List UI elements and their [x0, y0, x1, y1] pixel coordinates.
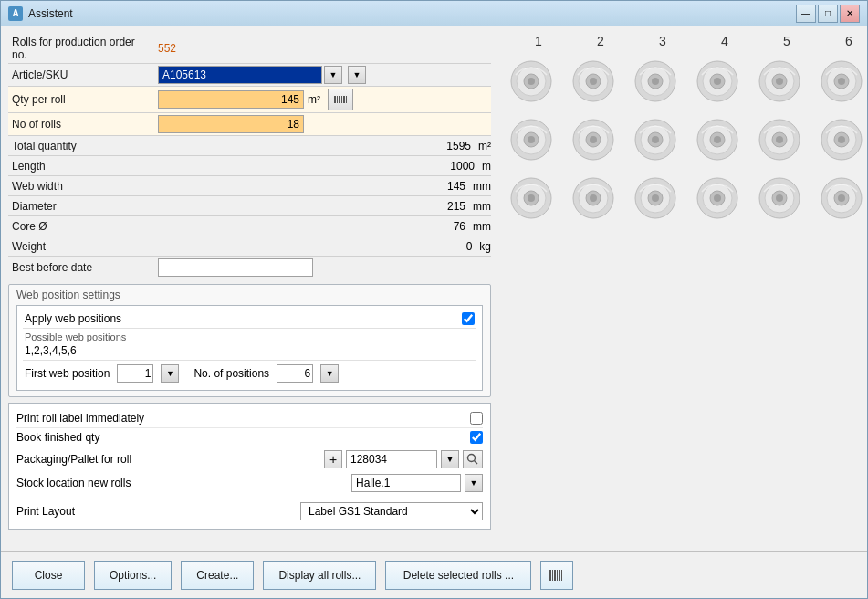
close-button[interactable]: Close — [12, 561, 85, 590]
article-sku-dropdown2[interactable]: ▼ — [348, 66, 366, 84]
roll-2-4[interactable] — [692, 114, 743, 165]
svg-point-59 — [528, 194, 535, 202]
svg-point-47 — [714, 136, 721, 143]
length-value: 1000 — [158, 160, 478, 173]
roll-1-2[interactable] — [568, 56, 619, 107]
core-value: 76 — [158, 220, 469, 233]
barcode-icon — [548, 566, 566, 584]
packaging-dropdown[interactable]: ▼ — [441, 450, 459, 468]
diameter-label: Diameter — [8, 196, 154, 216]
minimize-button[interactable]: — — [796, 5, 816, 23]
roll-1-1[interactable] — [506, 56, 557, 107]
svg-point-23 — [714, 78, 721, 85]
qty-scan-button[interactable] — [328, 89, 353, 110]
rolls-panel: 1 2 3 4 5 6 — [498, 26, 867, 551]
web-width-label: Web width — [8, 176, 154, 196]
roll-number-5: 5 — [763, 34, 810, 48]
roll-number-4: 4 — [701, 34, 748, 48]
roll-3-5[interactable] — [754, 173, 805, 224]
length-unit: m — [482, 160, 491, 173]
packaging-input[interactable] — [346, 450, 437, 468]
window-controls: — □ ✕ — [796, 5, 860, 23]
bottom-scan-button[interactable] — [540, 561, 573, 590]
qty-per-roll-input[interactable] — [158, 90, 304, 109]
svg-point-35 — [528, 136, 535, 143]
roll-1-3[interactable] — [630, 56, 681, 107]
svg-rect-85 — [561, 570, 562, 581]
window-title: Assistent — [28, 7, 796, 20]
title-bar: A Assistent — □ ✕ — [1, 1, 867, 26]
svg-line-7 — [475, 461, 478, 465]
svg-point-11 — [528, 78, 535, 85]
web-width-value: 145 — [158, 180, 469, 193]
roll-1-5[interactable] — [754, 56, 805, 107]
svg-point-39 — [590, 136, 597, 143]
display-all-rolls-button[interactable]: Display all rolls... — [263, 561, 376, 590]
first-pos-dropdown[interactable]: ▼ — [161, 364, 179, 383]
roll-3-4[interactable] — [692, 173, 743, 224]
core-label: Core Ø — [8, 216, 154, 236]
svg-point-75 — [776, 194, 783, 202]
length-label: Length — [8, 156, 154, 176]
packaging-plus-button[interactable]: + — [324, 450, 342, 468]
form-table: Rolls for production order no. 552 Artic… — [8, 34, 491, 278]
roll-1-4[interactable] — [692, 56, 743, 107]
stock-location-dropdown[interactable]: ▼ — [465, 474, 483, 492]
roll-3-1[interactable] — [506, 173, 557, 224]
packaging-label: Packaging/Pallet for roll — [16, 453, 320, 466]
num-pos-input[interactable] — [277, 364, 313, 383]
svg-point-63 — [590, 194, 597, 202]
roll-1-6[interactable] — [816, 56, 867, 107]
svg-rect-4 — [343, 96, 345, 103]
diameter-unit: mm — [473, 200, 491, 213]
weight-value: 0 — [158, 240, 476, 253]
svg-point-79 — [838, 194, 845, 202]
roll-2-5[interactable] — [754, 114, 805, 165]
apply-web-checkbox[interactable] — [462, 312, 475, 325]
rolls-row-3 — [506, 173, 867, 224]
roll-2-1[interactable] — [506, 114, 557, 165]
stock-location-input[interactable] — [351, 474, 461, 492]
num-pos-dropdown[interactable]: ▼ — [320, 364, 339, 383]
num-pos-label: No. of positions — [193, 367, 269, 380]
search-icon — [466, 453, 479, 466]
roll-2-6[interactable] — [816, 114, 867, 165]
svg-rect-0 — [334, 96, 336, 103]
book-qty-checkbox[interactable] — [470, 431, 483, 444]
roll-3-2[interactable] — [568, 173, 619, 224]
print-layout-row: Print Layout Label GS1 Standard — [16, 499, 483, 523]
svg-rect-81 — [552, 570, 553, 581]
roll-3-3[interactable] — [630, 173, 681, 224]
svg-rect-83 — [557, 570, 558, 581]
close-window-button[interactable]: ✕ — [840, 5, 860, 23]
roll-2-3[interactable] — [630, 114, 681, 165]
svg-rect-2 — [339, 96, 340, 103]
web-position-section: Web position settings Apply web position… — [8, 284, 491, 397]
roll-3-6[interactable] — [816, 173, 867, 224]
packaging-search-button[interactable] — [463, 450, 483, 468]
book-qty-label: Book finished qty — [16, 431, 465, 444]
svg-point-15 — [590, 78, 597, 85]
svg-rect-82 — [554, 570, 556, 581]
total-qty-unit: m² — [478, 140, 491, 152]
article-sku-input[interactable] — [158, 66, 322, 84]
delete-selected-rolls-button[interactable]: Delete selected rolls ... — [385, 561, 531, 590]
roll-2-2[interactable] — [568, 114, 619, 165]
packaging-row: Packaging/Pallet for roll + ▼ — [16, 447, 483, 471]
svg-point-31 — [838, 78, 845, 85]
no-of-rolls-input[interactable] — [158, 115, 304, 133]
print-roll-checkbox[interactable] — [470, 412, 483, 425]
possible-web-value: 1,2,3,4,5,6 — [25, 344, 475, 357]
window-icon: A — [8, 6, 23, 21]
print-roll-label: Print roll label immediately — [16, 412, 465, 425]
print-layout-select[interactable]: Label GS1 Standard — [300, 502, 483, 520]
svg-point-43 — [652, 136, 659, 143]
options-button[interactable]: Options... — [94, 561, 172, 590]
prod-order-label: Rolls for production order no. — [8, 34, 154, 64]
first-pos-input[interactable] — [117, 364, 153, 383]
possible-web-label: Possible web positions — [25, 331, 475, 342]
create-button[interactable]: Create... — [181, 561, 254, 590]
best-before-input[interactable] — [158, 258, 313, 277]
article-sku-dropdown[interactable]: ▼ — [324, 66, 342, 84]
maximize-button[interactable]: □ — [818, 5, 838, 23]
